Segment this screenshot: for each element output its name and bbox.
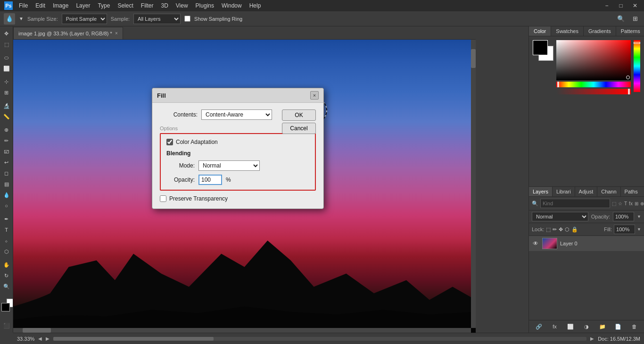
tool-dodge[interactable]: ○ [1, 201, 12, 211]
menu-edit[interactable]: Edit [32, 1, 49, 10]
tool-text[interactable]: T [1, 225, 12, 235]
quick-mask-icon[interactable]: ⬛ [1, 320, 12, 331]
tool-heal[interactable]: ⊕ [1, 125, 12, 135]
tool-history[interactable]: ↩ [1, 157, 12, 168]
tool-eyedropper2[interactable]: 🔬 [1, 101, 12, 111]
filter-mode-icon[interactable]: ⊞ [635, 201, 638, 206]
filter-attr-icon[interactable]: ⊕ [640, 201, 644, 206]
layers-search-input[interactable] [540, 199, 610, 208]
adjustment-button[interactable]: ◑ [582, 322, 591, 331]
tool-measure[interactable]: 📏 [1, 111, 12, 122]
menu-help[interactable]: Help [246, 1, 265, 10]
layers-opacity-input[interactable] [613, 212, 634, 221]
menu-layer[interactable]: Layer [72, 1, 94, 10]
delete-layer-button[interactable]: 🗑 [630, 322, 638, 331]
filter-text-icon[interactable]: T [624, 201, 627, 206]
menu-filter[interactable]: Filter [137, 1, 157, 10]
tool-lasso[interactable]: ⬭ [1, 52, 12, 63]
show-sampling-ring-checkbox[interactable] [184, 16, 190, 22]
layers-tab-chann[interactable]: Chann [597, 187, 620, 196]
tool-crop[interactable]: ⊹ [1, 76, 12, 87]
menu-plugins[interactable]: Plugins [192, 1, 218, 10]
color-spectrum-vertical[interactable] [634, 40, 640, 92]
tool-marquee[interactable]: ⬜ [1, 63, 12, 74]
foreground-color-swatch[interactable] [1, 303, 10, 311]
window-maximize[interactable]: □ [614, 0, 628, 11]
tool-zoom[interactable]: 🔍 [1, 281, 12, 292]
add-mask-button[interactable]: ⬜ [566, 322, 575, 331]
tool-eyedropper[interactable]: 💧 [4, 13, 15, 25]
tool-stamp[interactable]: 🖃 [1, 146, 12, 157]
menu-type[interactable]: Type [94, 1, 114, 10]
color-spectrum-field[interactable] [556, 40, 631, 80]
tool-options-arrow[interactable]: ▼ [19, 16, 24, 21]
alpha-slider[interactable] [556, 89, 631, 94]
lock-artboard-icon[interactable]: ⬡ [565, 227, 570, 233]
tool-gradient[interactable]: ▤ [1, 179, 12, 189]
document-tab[interactable]: image 1.jpg @ 33.3% (Layer 0, RGB/8) * × [13, 27, 123, 39]
tab-gradients[interactable]: Gradients [584, 26, 616, 36]
filter-kind-icon[interactable]: ⬚ [612, 201, 616, 206]
foreground-color-large[interactable] [533, 40, 548, 55]
ok-button[interactable]: OK [282, 109, 316, 121]
new-layer-button[interactable]: 📄 [614, 322, 622, 331]
search-icon[interactable]: 🔍 [616, 14, 626, 24]
window-close[interactable]: ✕ [628, 0, 642, 11]
scroll-nav-left[interactable]: ◀ [38, 336, 42, 341]
menu-view[interactable]: View [172, 1, 192, 10]
lock-pixels-icon[interactable]: ⬚ [546, 227, 551, 233]
menu-image[interactable]: Image [49, 1, 72, 10]
view-options-icon[interactable]: ⊞ [630, 14, 640, 24]
tool-brush[interactable]: ✏ [1, 135, 12, 146]
tool-blur[interactable]: 💧 [1, 190, 12, 200]
layers-tab-layers[interactable]: Layers [529, 187, 553, 196]
tool-shape[interactable]: ⬡ [1, 246, 12, 257]
window-minimize[interactable]: − [600, 0, 614, 11]
tab-patterns[interactable]: Patterns [616, 26, 644, 36]
layers-mode-select[interactable]: Normal [532, 212, 588, 221]
menu-select[interactable]: Select [114, 1, 137, 10]
menu-3d[interactable]: 3D [157, 1, 172, 10]
tool-rotate-view[interactable]: ↻ [1, 270, 12, 281]
color-adaptation-checkbox[interactable] [166, 139, 173, 145]
mode-select[interactable]: Normal [198, 160, 260, 171]
tool-hand[interactable]: ✋ [1, 260, 12, 270]
fill-arrow[interactable]: ▼ [637, 227, 641, 232]
layers-tab-adjust[interactable]: Adjust [575, 187, 598, 196]
scroll-nav-right[interactable]: ▶ [46, 336, 50, 341]
preserve-transparency-checkbox[interactable] [160, 195, 166, 202]
menu-window[interactable]: Window [218, 1, 246, 10]
filter-icon-icon[interactable]: ☆ [618, 201, 622, 206]
tool-artboard[interactable]: ⬚ [1, 39, 12, 50]
sample-select[interactable]: All Layers [133, 14, 181, 24]
fill-value-input[interactable] [614, 225, 635, 234]
sample-size-select[interactable]: Point Sample [62, 14, 107, 24]
tool-pen[interactable]: ✒ [1, 214, 12, 224]
menu-file[interactable]: File [15, 1, 32, 10]
tool-path-select[interactable]: ⬦ [1, 235, 12, 246]
tab-color[interactable]: Color [529, 26, 551, 36]
layer-item[interactable]: 👁 Layer 0 [529, 236, 644, 251]
layers-tab-paths[interactable]: Paths [621, 187, 642, 196]
dialog-close-button[interactable]: × [310, 91, 319, 100]
canvas-scrollbar-vertical[interactable] [471, 40, 476, 328]
layer-visibility-eye[interactable]: 👁 [532, 240, 539, 247]
canvas-scrollbar-horizontal[interactable] [13, 328, 471, 333]
tool-eraser[interactable]: ◻ [1, 168, 12, 178]
scroll-nav-right2[interactable]: ▶ [590, 336, 594, 341]
link-layers-button[interactable]: 🔗 [535, 322, 543, 331]
filter-effect-icon[interactable]: fx [629, 201, 633, 206]
layers-panel-menu-icon[interactable]: ≡ [642, 187, 644, 196]
lock-brush-icon[interactable]: ✏ [553, 227, 557, 233]
lock-position-icon[interactable]: ✥ [559, 227, 563, 233]
tool-move[interactable]: ✥ [1, 28, 12, 39]
tab-close-button[interactable]: × [115, 31, 118, 36]
opacity-arrow[interactable]: ▼ [637, 214, 641, 219]
tool-slice[interactable]: ⊞ [1, 87, 12, 98]
lock-all-icon[interactable]: 🔒 [571, 227, 578, 233]
contents-select[interactable]: Content-Aware [201, 109, 272, 120]
cancel-button[interactable]: Cancel [282, 123, 316, 134]
group-button[interactable]: 📁 [598, 322, 607, 331]
tab-swatches[interactable]: Swatches [551, 26, 584, 36]
fx-button[interactable]: fx [551, 322, 559, 331]
